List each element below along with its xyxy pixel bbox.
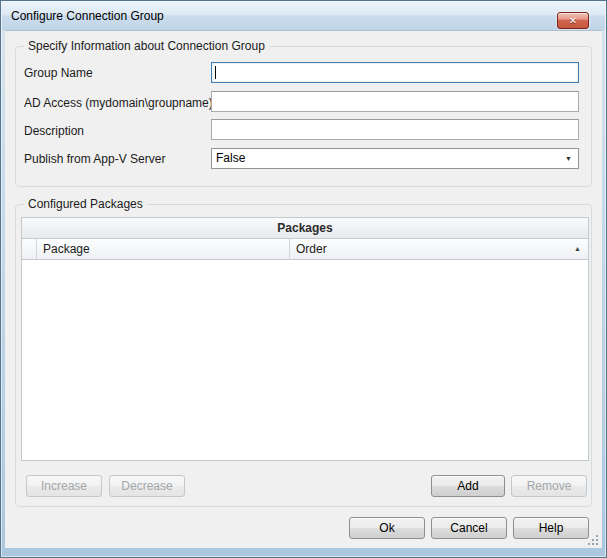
ok-button[interactable]: Ok <box>349 517 425 539</box>
title-bar[interactable]: Configure Connection Group ✕ <box>2 2 605 30</box>
chevron-down-icon: ▼ <box>565 149 572 168</box>
ad-access-input[interactable] <box>211 91 579 112</box>
row-selector-column <box>22 239 37 259</box>
sort-ascending-icon: ▲ <box>574 239 581 259</box>
publish-dropdown-value: False <box>216 149 245 168</box>
description-label: Description <box>24 124 84 138</box>
info-groupbox: Specify Information about Connection Gro… <box>15 46 592 187</box>
packages-table: Packages Package Order ▲ <box>21 217 589 461</box>
description-input[interactable] <box>211 119 579 140</box>
add-button[interactable]: Add <box>431 475 505 497</box>
group-name-label: Group Name <box>24 66 93 80</box>
dialog-window: Configure Connection Group ✕ Specify Inf… <box>0 0 607 558</box>
info-groupbox-title: Specify Information about Connection Gro… <box>24 39 269 54</box>
resize-grip[interactable] <box>587 534 598 545</box>
ad-access-label: AD Access (mydomain\groupname) <box>24 96 213 110</box>
decrease-button: Decrease <box>109 475 185 497</box>
packages-table-header-row: Package Order ▲ <box>22 239 588 260</box>
column-header-order[interactable]: Order ▲ <box>290 239 588 259</box>
publish-label: Publish from App-V Server <box>24 152 165 166</box>
column-header-order-label: Order <box>296 242 327 256</box>
help-button[interactable]: Help <box>513 517 589 539</box>
text-cursor <box>215 66 216 79</box>
packages-table-body <box>22 260 588 460</box>
packages-table-title: Packages <box>22 218 588 239</box>
remove-button: Remove <box>511 475 587 497</box>
packages-groupbox-title: Configured Packages <box>24 197 147 212</box>
window-title: Configure Connection Group <box>11 9 164 23</box>
packages-groupbox: Configured Packages Packages Package Ord… <box>15 204 592 507</box>
dialog-client-area: Specify Information about Connection Gro… <box>5 30 602 548</box>
publish-dropdown[interactable]: False ▼ <box>211 148 579 169</box>
column-header-package[interactable]: Package <box>37 239 290 259</box>
close-button[interactable]: ✕ <box>557 12 589 29</box>
group-name-input[interactable] <box>211 62 579 83</box>
increase-button: Increase <box>26 475 102 497</box>
cancel-button[interactable]: Cancel <box>431 517 507 539</box>
close-icon: ✕ <box>558 13 588 28</box>
